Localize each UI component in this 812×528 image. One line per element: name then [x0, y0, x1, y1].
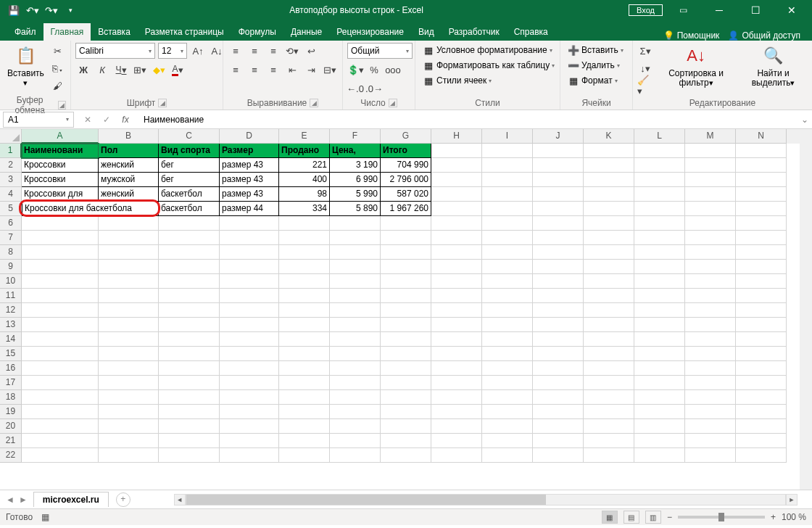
cell-F18[interactable] — [330, 390, 381, 405]
cell-M1[interactable] — [685, 144, 736, 158]
cell-L2[interactable] — [634, 158, 685, 173]
cell-K17[interactable] — [584, 376, 634, 390]
alignment-launcher[interactable]: ◢ — [310, 99, 318, 107]
cell-B2[interactable]: женский — [99, 158, 159, 173]
row-header-8[interactable]: 8 — [0, 245, 22, 260]
format-cells-button[interactable]: ▦Формат▾ — [565, 73, 621, 88]
maximize-button[interactable]: ☐ — [740, 0, 771, 20]
cell-F5[interactable]: 5 890 — [330, 202, 381, 216]
cell-E3[interactable]: 400 — [279, 173, 330, 187]
cell-K2[interactable] — [584, 158, 634, 173]
cell-I12[interactable] — [482, 303, 533, 318]
cell-F20[interactable] — [330, 419, 381, 434]
cell-L21[interactable] — [634, 434, 685, 448]
cell-H13[interactable] — [431, 318, 482, 332]
cell-L12[interactable] — [634, 303, 685, 318]
cell-N21[interactable] — [736, 434, 787, 448]
merge-icon[interactable]: ⊟▾ — [322, 62, 338, 78]
cell-F10[interactable] — [330, 274, 381, 289]
cell-E1[interactable]: Продано — [279, 144, 330, 158]
font-color-icon[interactable]: A▾ — [170, 62, 186, 78]
cell-D4[interactable]: размер 43 — [220, 187, 279, 202]
increase-font-icon[interactable]: A↑ — [190, 43, 206, 59]
cell-N7[interactable] — [736, 231, 787, 245]
orientation-icon[interactable]: ⟲▾ — [284, 43, 300, 59]
tab-data[interactable]: Данные — [283, 23, 329, 41]
zoom-in-button[interactable]: + — [771, 512, 776, 522]
cell-K6[interactable] — [584, 216, 634, 231]
cell-D19[interactable] — [220, 405, 279, 419]
font-size-combo[interactable]: 12▾ — [158, 43, 187, 59]
sheet-tab[interactable]: microexcel.ru — [33, 492, 109, 507]
percent-icon[interactable]: % — [366, 62, 382, 78]
column-header-I[interactable]: I — [482, 129, 533, 144]
column-header-M[interactable]: M — [685, 129, 736, 144]
cell-J10[interactable] — [533, 274, 584, 289]
cell-B15[interactable] — [99, 347, 159, 361]
cell-I21[interactable] — [482, 434, 533, 448]
cell-G21[interactable] — [381, 434, 431, 448]
column-header-B[interactable]: B — [99, 129, 159, 144]
cell-D17[interactable] — [220, 376, 279, 390]
format-as-table-button[interactable]: ▦Форматировать как таблицу▾ — [420, 58, 558, 73]
cell-E9[interactable] — [279, 260, 330, 274]
cell-N9[interactable] — [736, 260, 787, 274]
cell-A15[interactable] — [22, 347, 99, 361]
cell-H8[interactable] — [431, 245, 482, 260]
cell-C14[interactable] — [159, 332, 220, 347]
cell-C16[interactable] — [159, 361, 220, 376]
cell-N15[interactable] — [736, 347, 787, 361]
cell-B17[interactable] — [99, 376, 159, 390]
cell-G8[interactable] — [381, 245, 431, 260]
cell-E12[interactable] — [279, 303, 330, 318]
cell-A8[interactable] — [22, 245, 99, 260]
tab-home[interactable]: Главная — [44, 23, 91, 41]
cell-I17[interactable] — [482, 376, 533, 390]
cell-N16[interactable] — [736, 361, 787, 376]
cell-K12[interactable] — [584, 303, 634, 318]
cell-B4[interactable]: женский — [99, 187, 159, 202]
font-name-combo[interactable]: Calibri▾ — [75, 43, 155, 59]
cell-E17[interactable] — [279, 376, 330, 390]
cell-E20[interactable] — [279, 419, 330, 434]
cell-J9[interactable] — [533, 260, 584, 274]
cell-G12[interactable] — [381, 303, 431, 318]
cell-F15[interactable] — [330, 347, 381, 361]
cell-K4[interactable] — [584, 187, 634, 202]
comma-icon[interactable]: ooo — [385, 62, 401, 78]
cell-F1[interactable]: Цена, — [330, 144, 381, 158]
cell-M18[interactable] — [685, 390, 736, 405]
redo-icon[interactable]: ↷▾ — [44, 2, 59, 18]
cell-L4[interactable] — [634, 187, 685, 202]
cell-G11[interactable] — [381, 289, 431, 303]
cell-C10[interactable] — [159, 274, 220, 289]
hscroll-right-icon[interactable]: ► — [786, 494, 798, 506]
cell-C4[interactable]: баскетбол — [159, 187, 220, 202]
cell-D13[interactable] — [220, 318, 279, 332]
clipboard-launcher[interactable]: ◢ — [58, 101, 66, 110]
cell-D14[interactable] — [220, 332, 279, 347]
cell-C2[interactable]: бег — [159, 158, 220, 173]
cell-H5[interactable] — [431, 202, 482, 216]
cell-I1[interactable] — [482, 144, 533, 158]
cell-L6[interactable] — [634, 216, 685, 231]
cell-A13[interactable] — [22, 318, 99, 332]
row-header-13[interactable]: 13 — [0, 318, 22, 332]
cell-N6[interactable] — [736, 216, 787, 231]
cell-K10[interactable] — [584, 274, 634, 289]
cell-F8[interactable] — [330, 245, 381, 260]
cell-M16[interactable] — [685, 361, 736, 376]
cell-D22[interactable] — [220, 448, 279, 463]
cell-K19[interactable] — [584, 405, 634, 419]
cell-J15[interactable] — [533, 347, 584, 361]
cell-N17[interactable] — [736, 376, 787, 390]
sheet-nav-next-icon[interactable]: ► — [19, 495, 28, 505]
undo-icon[interactable]: ↶▾ — [25, 2, 41, 18]
cell-E4[interactable]: 98 — [279, 187, 330, 202]
cell-C20[interactable] — [159, 419, 220, 434]
cell-K8[interactable] — [584, 245, 634, 260]
cell-M9[interactable] — [685, 260, 736, 274]
cell-D15[interactable] — [220, 347, 279, 361]
close-button[interactable]: ✕ — [776, 0, 808, 20]
cell-A22[interactable] — [22, 448, 99, 463]
